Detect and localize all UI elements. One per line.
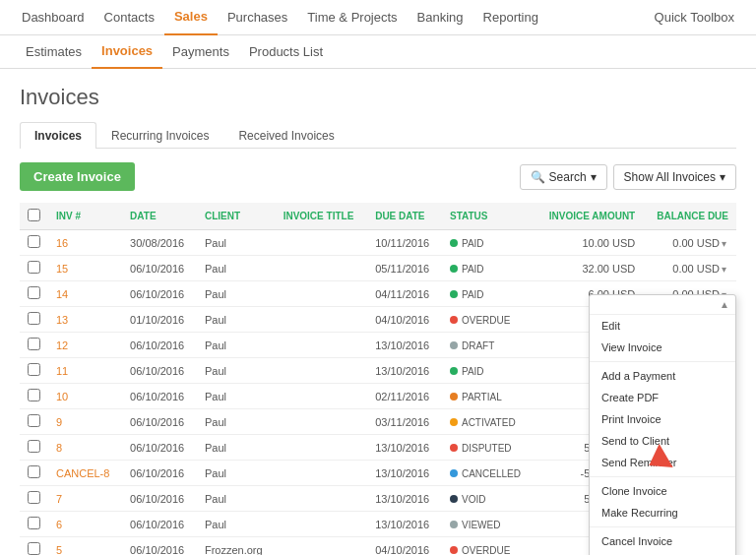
- invoice-id-link[interactable]: 13: [56, 314, 68, 326]
- row-checkbox[interactable]: [28, 517, 40, 529]
- invoice-client: Paul: [197, 461, 276, 486]
- invoice-status: DISPUTED: [442, 435, 535, 461]
- header-client[interactable]: CLIENT: [197, 203, 276, 230]
- row-checkbox[interactable]: [28, 542, 40, 555]
- invoice-id-link[interactable]: 15: [56, 263, 68, 275]
- quick-toolbox[interactable]: Quick Toolbox: [645, 10, 744, 25]
- page-title: Invoices: [20, 85, 736, 110]
- row-expand-button[interactable]: ▾: [720, 238, 728, 249]
- row-checkbox[interactable]: [28, 261, 40, 274]
- subnav-invoices[interactable]: Invoices: [92, 35, 162, 69]
- invoice-due-date: 13/10/2016: [367, 358, 442, 384]
- invoice-id-link[interactable]: 9: [56, 416, 62, 428]
- invoice-date: 06/10/2016: [122, 281, 197, 307]
- header-status[interactable]: STATUS: [442, 203, 535, 230]
- row-checkbox[interactable]: [28, 389, 40, 401]
- subnav-products-list[interactable]: Products List: [239, 35, 333, 69]
- status-label: PAID: [462, 366, 484, 377]
- status-dot: [450, 495, 458, 503]
- search-button[interactable]: 🔍 Search ▾: [520, 164, 607, 190]
- dropdown-item-clone-invoice[interactable]: Clone Invoice: [590, 480, 735, 502]
- row-expand-button[interactable]: ▾: [720, 264, 728, 275]
- invoice-due-date: 04/10/2016: [367, 307, 442, 333]
- invoice-id-link[interactable]: 11: [56, 365, 68, 377]
- invoice-due-date: 13/10/2016: [367, 435, 442, 461]
- subnav-estimates[interactable]: Estimates: [16, 35, 92, 69]
- invoice-due-date: 05/11/2016: [367, 256, 442, 281]
- status-label: DRAFT: [462, 340, 494, 351]
- show-all-invoices-button[interactable]: Show All Invoices ▾: [613, 164, 736, 190]
- tab-invoices[interactable]: Invoices: [20, 122, 96, 149]
- invoice-date: 06/10/2016: [122, 409, 197, 435]
- header-due-date[interactable]: DUE DATE: [367, 203, 442, 230]
- invoice-id-link[interactable]: 14: [56, 288, 68, 300]
- show-all-label: Show All Invoices: [624, 170, 716, 184]
- nav-contacts[interactable]: Contacts: [94, 0, 164, 35]
- row-checkbox[interactable]: [28, 440, 40, 453]
- invoice-title: [276, 333, 368, 358]
- row-checkbox[interactable]: [28, 312, 40, 325]
- status-dot: [450, 521, 458, 528]
- header-date[interactable]: DATE: [122, 203, 197, 230]
- row-checkbox[interactable]: [28, 491, 40, 504]
- search-label: Search: [549, 170, 587, 184]
- row-checkbox[interactable]: [28, 235, 40, 248]
- nav-purchases[interactable]: Purchases: [218, 0, 297, 35]
- invoice-status: VOID: [442, 486, 535, 512]
- invoice-date: 06/10/2016: [122, 537, 197, 556]
- invoice-id-link[interactable]: 10: [56, 391, 68, 402]
- invoice-date: 06/10/2016: [122, 461, 197, 486]
- invoice-id-link[interactable]: 5: [56, 544, 62, 556]
- dropdown-item-add-payment[interactable]: Add a Payment: [590, 365, 735, 387]
- invoice-due-date: 04/11/2016: [367, 281, 442, 307]
- dropdown-close-chevron[interactable]: ▲: [720, 299, 729, 310]
- nav-banking[interactable]: Banking: [408, 0, 473, 35]
- nav-reporting[interactable]: Reporting: [473, 0, 548, 35]
- dropdown-item-cancel-invoice[interactable]: Cancel Invoice: [590, 530, 735, 552]
- table-header-row: INV # DATE CLIENT INVOICE TITLE DUE DATE…: [20, 203, 736, 230]
- invoice-due-date: 13/10/2016: [367, 512, 442, 537]
- select-all-checkbox[interactable]: [28, 209, 40, 221]
- invoice-status: OVERDUE: [442, 537, 535, 556]
- invoice-id-link[interactable]: 7: [56, 493, 62, 505]
- tab-recurring-invoices[interactable]: Recurring Invoices: [96, 122, 223, 149]
- dropdown-item-create-pdf[interactable]: Create PDF: [590, 387, 735, 408]
- status-dot: [450, 546, 458, 554]
- invoice-client: Paul: [197, 281, 276, 307]
- nav-time-projects[interactable]: Time & Projects: [297, 0, 407, 35]
- header-invoice-amount[interactable]: INVOICE AMOUNT: [535, 203, 643, 230]
- invoice-due-date: 13/10/2016: [367, 486, 442, 512]
- subnav-payments[interactable]: Payments: [162, 35, 239, 69]
- row-checkbox[interactable]: [28, 286, 40, 299]
- invoice-client: Paul: [197, 358, 276, 384]
- status-label: PAID: [462, 264, 484, 275]
- invoice-title: [276, 537, 368, 556]
- header-balance-due[interactable]: BALANCE DUE: [643, 203, 736, 230]
- dropdown-menu-header: ▲: [590, 295, 735, 315]
- invoice-date: 06/10/2016: [122, 256, 197, 281]
- dropdown-item-print-invoice[interactable]: Print Invoice: [590, 408, 735, 430]
- table-row: 1506/10/2016Paul05/11/2016PAID32.00 USD0…: [20, 256, 736, 281]
- header-invoice-title[interactable]: INVOICE TITLE: [276, 203, 368, 230]
- status-dot: [450, 239, 458, 247]
- invoice-client: Paul: [197, 512, 276, 537]
- invoice-id-link[interactable]: 16: [56, 237, 68, 249]
- status-dot: [450, 367, 458, 375]
- dropdown-item-view-invoice[interactable]: View Invoice: [590, 337, 735, 358]
- invoice-id-link[interactable]: CANCEL-8: [56, 467, 109, 479]
- row-checkbox[interactable]: [28, 363, 40, 376]
- header-inv[interactable]: INV #: [48, 203, 122, 230]
- tab-received-invoices[interactable]: Received Invoices: [223, 122, 348, 149]
- invoice-id-link[interactable]: 12: [56, 339, 68, 351]
- row-checkbox[interactable]: [28, 414, 40, 427]
- dropdown-item-make-recurring[interactable]: Make Recurring: [590, 502, 735, 524]
- nav-dashboard[interactable]: Dashboard: [12, 0, 94, 35]
- invoice-id-link[interactable]: 8: [56, 442, 62, 454]
- row-checkbox[interactable]: [28, 465, 40, 478]
- nav-sales[interactable]: Sales: [164, 0, 218, 35]
- create-invoice-button[interactable]: Create Invoice: [20, 162, 135, 191]
- invoice-id-link[interactable]: 6: [56, 519, 62, 530]
- dropdown-item-edit[interactable]: Edit: [590, 315, 735, 337]
- row-checkbox[interactable]: [28, 338, 40, 350]
- invoice-title: [276, 409, 368, 435]
